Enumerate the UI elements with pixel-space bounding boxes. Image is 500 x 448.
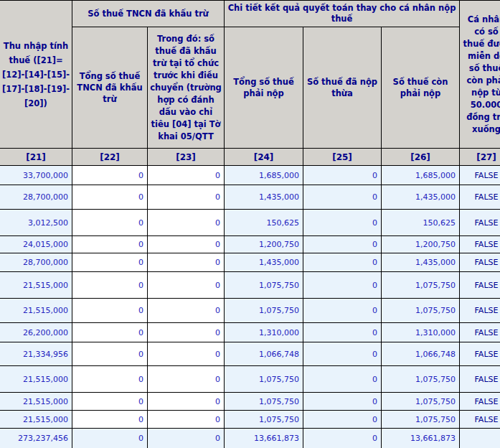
cell-27[interactable]: FALSE (460, 166, 500, 185)
cell-25[interactable]: 0 (303, 253, 382, 272)
cell-22[interactable]: 0 (72, 323, 148, 342)
cell-23[interactable]: 0 (148, 393, 225, 411)
cell-26[interactable]: 150,625 (382, 210, 460, 236)
col-index-22: [22] (72, 149, 148, 166)
tax-table: Thu nhập tính thuế ([21]= [12]-[14]-[15]… (0, 0, 500, 448)
cell-21[interactable]: 21,515,000 (0, 366, 72, 393)
cell-22[interactable]: 0 (72, 299, 148, 323)
cell-27[interactable]: FALSE (460, 342, 500, 366)
cell-21[interactable]: 28,700,000 (0, 253, 72, 272)
total-cell-22[interactable]: 0 (72, 429, 148, 448)
cell-25[interactable]: 0 (303, 210, 382, 236)
cell-26[interactable]: 1,075,750 (382, 393, 460, 411)
cell-21[interactable]: 21,515,000 (0, 299, 72, 323)
table-row: 28,700,000001,435,00001,435,000FALSE (0, 185, 500, 210)
cell-26[interactable]: 1,200,750 (382, 236, 460, 253)
cell-21[interactable]: 28,700,000 (0, 185, 72, 210)
total-cell-24[interactable]: 13,661,873 (225, 429, 303, 448)
cell-21[interactable]: 21,515,000 (0, 411, 72, 429)
cell-24[interactable]: 1,075,750 (225, 393, 303, 411)
cell-27[interactable]: FALSE (460, 366, 500, 393)
cell-22[interactable]: 0 (72, 342, 148, 366)
cell-25[interactable]: 0 (303, 272, 382, 299)
cell-25[interactable]: 0 (303, 236, 382, 253)
cell-26[interactable]: 1,075,750 (382, 299, 460, 323)
cell-23[interactable]: 0 (148, 166, 225, 185)
cell-25[interactable]: 0 (303, 393, 382, 411)
cell-27[interactable]: FALSE (460, 393, 500, 411)
cell-24[interactable]: 1,435,000 (225, 253, 303, 272)
cell-27[interactable]: FALSE (460, 323, 500, 342)
table-row: 21,515,000001,075,75001,075,750FALSE (0, 299, 500, 323)
cell-26[interactable]: 1,435,000 (382, 253, 460, 272)
total-cell-27[interactable] (460, 429, 500, 448)
cell-26[interactable]: 1,435,000 (382, 185, 460, 210)
cell-23[interactable]: 0 (148, 323, 225, 342)
cell-24[interactable]: 1,200,750 (225, 236, 303, 253)
cell-26[interactable]: 1,075,750 (382, 366, 460, 393)
cell-23[interactable]: 0 (148, 272, 225, 299)
cell-23[interactable]: 0 (148, 236, 225, 253)
total-cell-21[interactable]: 273,237,456 (0, 429, 72, 448)
total-cell-26[interactable]: 13,661,873 (382, 429, 460, 448)
header-group-settlement-detail: Chi tiết kết quả quyết toán thay cho cá … (225, 1, 460, 27)
cell-27[interactable]: FALSE (460, 299, 500, 323)
cell-22[interactable]: 0 (72, 210, 148, 236)
cell-23[interactable]: 0 (148, 299, 225, 323)
cell-27[interactable]: FALSE (460, 411, 500, 429)
cell-21[interactable]: 24,015,000 (0, 236, 72, 253)
cell-22[interactable]: 0 (72, 253, 148, 272)
cell-24[interactable]: 1,075,750 (225, 366, 303, 393)
cell-25[interactable]: 0 (303, 366, 382, 393)
total-cell-23[interactable]: 0 (148, 429, 225, 448)
cell-21[interactable]: 33,700,000 (0, 166, 72, 185)
cell-27[interactable]: FALSE (460, 272, 500, 299)
cell-26[interactable]: 1,685,000 (382, 166, 460, 185)
header-tax-deducted-before-transfer: Trong đó: số thuế đã khấu trừ tại tổ chứ… (148, 27, 225, 149)
cell-24[interactable]: 1,075,750 (225, 299, 303, 323)
cell-27[interactable]: FALSE (460, 185, 500, 210)
cell-21[interactable]: 21,515,000 (0, 272, 72, 299)
cell-22[interactable]: 0 (72, 166, 148, 185)
cell-24[interactable]: 1,075,750 (225, 411, 303, 429)
cell-21[interactable]: 21,515,000 (0, 393, 72, 411)
cell-23[interactable]: 0 (148, 253, 225, 272)
cell-25[interactable]: 0 (303, 166, 382, 185)
cell-21[interactable]: 26,200,000 (0, 323, 72, 342)
cell-25[interactable]: 0 (303, 411, 382, 429)
cell-24[interactable]: 1,075,750 (225, 272, 303, 299)
cell-22[interactable]: 0 (72, 272, 148, 299)
cell-24[interactable]: 1,435,000 (225, 185, 303, 210)
cell-25[interactable]: 0 (303, 323, 382, 342)
cell-24[interactable]: 150,625 (225, 210, 303, 236)
cell-26[interactable]: 1,066,748 (382, 342, 460, 366)
cell-25[interactable]: 0 (303, 185, 382, 210)
cell-22[interactable]: 0 (72, 185, 148, 210)
cell-23[interactable]: 0 (148, 411, 225, 429)
cell-25[interactable]: 0 (303, 342, 382, 366)
cell-27[interactable]: FALSE (460, 253, 500, 272)
cell-26[interactable]: 1,075,750 (382, 272, 460, 299)
cell-24[interactable]: 1,685,000 (225, 166, 303, 185)
cell-24[interactable]: 1,066,748 (225, 342, 303, 366)
cell-26[interactable]: 1,310,000 (382, 323, 460, 342)
cell-23[interactable]: 0 (148, 366, 225, 393)
cell-25[interactable]: 0 (303, 299, 382, 323)
cell-27[interactable]: FALSE (460, 210, 500, 236)
cell-22[interactable]: 0 (72, 393, 148, 411)
cell-24[interactable]: 1,310,000 (225, 323, 303, 342)
cell-26[interactable]: 1,075,750 (382, 411, 460, 429)
cell-22[interactable]: 0 (72, 366, 148, 393)
cell-23[interactable]: 0 (148, 210, 225, 236)
cell-27[interactable]: FALSE (460, 236, 500, 253)
cell-23[interactable]: 0 (148, 185, 225, 210)
cell-22[interactable]: 0 (72, 236, 148, 253)
cell-22[interactable]: 0 (72, 411, 148, 429)
header-tax-overpaid: Số thuế đã nộp thừa (303, 27, 382, 149)
cell-23[interactable]: 0 (148, 342, 225, 366)
cell-21[interactable]: 3,012,500 (0, 210, 72, 236)
total-cell-25[interactable]: 0 (303, 429, 382, 448)
table-row: 21,515,000001,075,75001,075,750FALSE (0, 411, 500, 429)
cell-21[interactable]: 21,334,956 (0, 342, 72, 366)
header-total-tax-payable: Tổng số thuế phải nộp (225, 27, 303, 149)
